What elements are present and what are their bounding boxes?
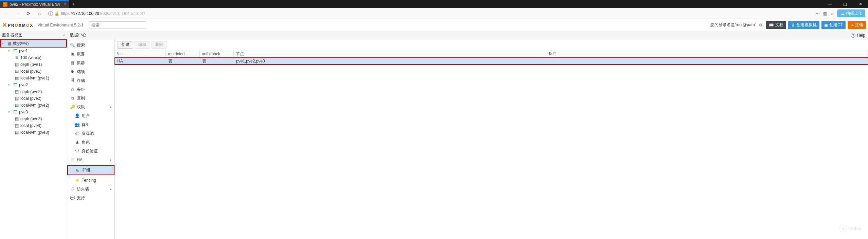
sidemenu-item[interactable]: ♡HA▸ — [67, 155, 114, 164]
col-comment[interactable]: 备注 — [546, 50, 868, 57]
grid-toolbar: 创建 编辑 删除 — [115, 39, 868, 50]
maximize-button[interactable]: ▢ — [837, 0, 853, 8]
tree-item[interactable]: ▤local (pve2) — [0, 95, 67, 102]
new-tab-button[interactable]: + — [69, 1, 78, 7]
col-nofailback[interactable]: nofailback — [200, 50, 234, 57]
caret-icon[interactable]: ▾ — [8, 110, 12, 114]
browser-tab[interactable]: X pve2 - Proxmox Virtual Envi × — [0, 0, 69, 8]
create-vm-button[interactable]: 🖥创建虚拟机 — [788, 21, 819, 29]
storage-icon: ▤ — [14, 130, 19, 135]
tree-item[interactable]: ▤local (pve3) — [0, 122, 67, 129]
settings-gear-icon[interactable]: ⚙ — [758, 23, 764, 27]
tree-node-pve2[interactable]: ▾🗔pve2 — [0, 81, 67, 88]
menu-icon: 🔑 — [70, 105, 75, 109]
tree-item[interactable]: ▤ceph (pve1) — [0, 61, 67, 68]
cell-restricted: 否 — [166, 58, 200, 64]
sidemenu-subitem[interactable]: 👥群组 — [67, 120, 114, 129]
menu-icon: ♟ — [75, 140, 79, 145]
url-text: https://172.16.100.20:8006/#v1:0:18:4:5:… — [61, 11, 145, 16]
proxmox-logo[interactable]: ✕ PROXMOX — [2, 21, 33, 29]
url-bar[interactable]: i 🔒 https://172.16.100.20:8006/#v1:0:18:… — [46, 10, 813, 18]
remove-button[interactable]: 删除 — [152, 41, 167, 49]
sidemenu-subitem[interactable]: 🛡身份验证 — [67, 147, 114, 155]
caret-icon[interactable]: ▾ — [2, 42, 5, 45]
server-tree-panel: 服务器视图▾ ▾ ▦ 数据中心 ▾🗔pve1🖥100 (winxp)▤ceph … — [0, 31, 67, 239]
sidemenu-item[interactable]: ⎙备份 — [67, 85, 114, 94]
tree-datacenter[interactable]: ▾ ▦ 数据中心 — [1, 40, 66, 47]
sidemenu-subitem[interactable]: ♟角色 — [67, 138, 114, 147]
col-restricted[interactable]: restricted — [166, 50, 200, 57]
server-icon: 🗔 — [13, 49, 18, 53]
sidemenu-item[interactable]: 🗄存储 — [67, 76, 114, 85]
sidemenu-item[interactable]: ⧉复制 — [67, 94, 114, 103]
browser-toolbar: ← → ⟳ ⌂ i 🔒 https://172.16.100.20:8006/#… — [0, 8, 868, 19]
tree-item[interactable]: ▤local (pve1) — [0, 68, 67, 75]
table-row[interactable]: HA 否 否 pve1,pve2,pve3 — [114, 57, 868, 65]
content-header: 数据中心 Help — [67, 31, 868, 39]
server-icon: 🗔 — [13, 110, 18, 114]
menu-icon: ♡ — [70, 158, 75, 162]
sidemenu-item[interactable]: ▦集群 — [67, 58, 114, 67]
cell-nodes: pve1,pve2,pve3 — [234, 58, 547, 64]
home-button[interactable]: ⌂ — [35, 10, 43, 18]
caret-icon[interactable]: ▾ — [8, 49, 12, 53]
tree-node-pve1[interactable]: ▾🗔pve1 — [0, 48, 67, 54]
tree-item[interactable]: ▤ceph (pve3) — [0, 115, 67, 122]
version-label: Virtual Environment 5.2-1 — [37, 23, 83, 27]
menu-icon: ⚡ — [75, 178, 79, 183]
close-button[interactable]: ✕ — [853, 0, 868, 8]
sidemenu-subitem[interactable]: ⊞群组 — [68, 166, 114, 174]
tab-close-icon[interactable]: × — [64, 2, 66, 7]
upload-badge[interactable]: ☁ 拍摄上传 — [837, 10, 865, 17]
tree-item[interactable]: ▤ceph (pve2) — [0, 88, 67, 95]
tree-item[interactable]: ▤local-lvm (pve2) — [0, 102, 67, 109]
create-button[interactable]: 创建 — [118, 41, 133, 49]
storage-icon: ▤ — [14, 103, 19, 108]
page-actions-icon[interactable]: ⋯ — [816, 11, 820, 16]
bookmark-icon[interactable]: ☆ — [830, 11, 834, 16]
menu-icon: 🛡 — [75, 149, 79, 153]
tree-item[interactable]: ▤local-lvm (pve3) — [0, 129, 67, 136]
sidemenu-item[interactable]: 🔑权限▸ — [67, 103, 114, 111]
caret-icon[interactable]: ▾ — [8, 83, 12, 87]
logout-button[interactable]: ↪注销 — [848, 21, 866, 29]
library-icon[interactable]: ▥ — [823, 11, 827, 16]
forward-button[interactable]: → — [14, 10, 22, 18]
menu-icon: ⎙ — [70, 87, 75, 92]
cell-nofailback: 否 — [200, 58, 234, 64]
book-icon: 📖 — [769, 23, 774, 27]
sidemenu-item[interactable]: ⚙选项 — [67, 67, 114, 76]
col-nodes[interactable]: 节点 — [234, 50, 546, 57]
sidemenu-item[interactable]: 💬支持 — [67, 194, 114, 202]
docs-button[interactable]: 📖文档 — [766, 21, 786, 29]
ha-groups-grid: 创建 编辑 删除 组↑ restricted nofailback 节点 备注 … — [115, 39, 868, 239]
menu-icon: 🛡 — [70, 187, 75, 191]
tree-view-selector[interactable]: 服务器视图▾ — [0, 31, 67, 39]
tree-item[interactable]: ▤local-lvm (pve1) — [0, 75, 67, 81]
tree-node-pve3[interactable]: ▾🗔pve3 — [0, 109, 67, 115]
back-button[interactable]: ← — [3, 10, 11, 18]
col-group[interactable]: 组↑ — [115, 50, 166, 57]
sidemenu-subitem[interactable]: ⚡Fencing — [67, 176, 114, 185]
storage-icon: ▤ — [14, 89, 19, 94]
tree-item[interactable]: 🖥100 (winxp) — [0, 54, 67, 61]
sidemenu-item[interactable]: 🔍搜索 — [67, 41, 114, 50]
sidemenu-item[interactable]: ▣概要 — [67, 50, 114, 58]
chevron-right-icon: ▸ — [110, 105, 112, 109]
cell-comment — [547, 58, 868, 64]
edit-button[interactable]: 编辑 — [135, 41, 150, 49]
create-ct-button[interactable]: ▣创建CT — [821, 21, 846, 29]
reload-button[interactable]: ⟳ — [24, 10, 33, 18]
minimize-button[interactable]: — — [822, 0, 837, 8]
help-button[interactable]: Help — [851, 33, 865, 38]
grid-header: 组↑ restricted nofailback 节点 备注 — [115, 50, 868, 58]
logo-mark-icon: ✕ — [2, 21, 7, 29]
chevron-down-icon: ▾ — [63, 34, 65, 37]
sidemenu-item[interactable]: 🛡防火墙▸ — [67, 185, 114, 194]
sidemenu-subitem[interactable]: 🏷资源池 — [67, 129, 114, 138]
info-icon[interactable]: i — [48, 11, 53, 16]
tab-title: pve2 - Proxmox Virtual Envi — [10, 2, 60, 7]
window-controls: — ▢ ✕ — [822, 0, 868, 8]
global-search-input[interactable] — [89, 21, 146, 29]
sidemenu-subitem[interactable]: 👤用户 — [67, 111, 114, 120]
